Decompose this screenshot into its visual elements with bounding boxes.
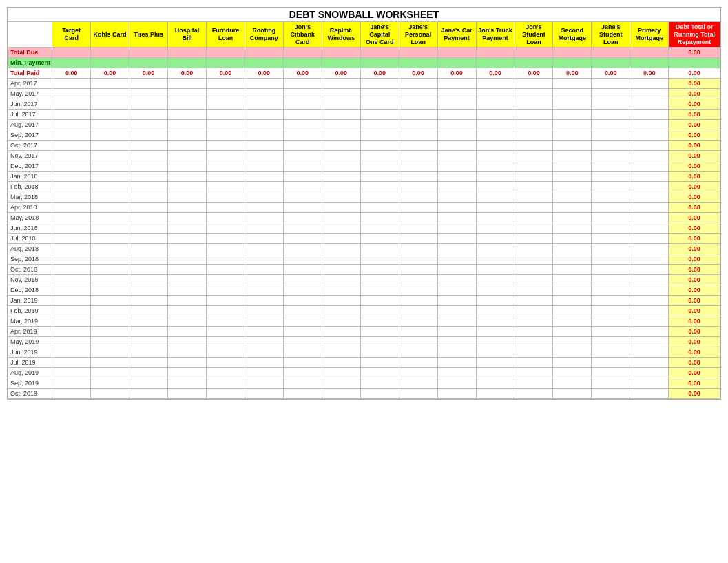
data-cell[interactable]	[476, 110, 514, 120]
data-cell[interactable]	[206, 223, 245, 234]
data-cell[interactable]	[206, 306, 245, 316]
data-cell[interactable]	[476, 358, 514, 368]
data-cell[interactable]	[476, 89, 514, 99]
data-cell[interactable]	[168, 389, 207, 399]
data-cell[interactable]	[360, 296, 399, 306]
data-cell[interactable]	[476, 213, 514, 223]
data-cell[interactable]	[168, 120, 207, 130]
data-cell[interactable]	[437, 130, 476, 141]
data-cell[interactable]	[553, 327, 592, 337]
data-cell[interactable]	[52, 389, 91, 399]
data-cell[interactable]	[630, 275, 669, 285]
data-cell[interactable]	[206, 110, 245, 120]
data-cell[interactable]	[592, 306, 630, 316]
data-cell[interactable]	[553, 182, 592, 192]
data-cell[interactable]	[245, 110, 283, 120]
data-cell[interactable]	[206, 285, 245, 296]
data-cell[interactable]	[129, 296, 168, 306]
data-cell[interactable]	[206, 99, 245, 110]
data-cell[interactable]	[437, 275, 476, 285]
data-cell[interactable]	[630, 316, 669, 327]
data-cell[interactable]	[322, 378, 360, 389]
data-cell[interactable]	[553, 368, 592, 378]
data-cell[interactable]	[399, 368, 437, 378]
data-cell[interactable]	[437, 192, 476, 203]
data-cell[interactable]	[322, 89, 360, 99]
data-cell[interactable]	[206, 79, 245, 89]
data-cell[interactable]	[514, 285, 553, 296]
data-cell[interactable]	[360, 99, 399, 110]
data-cell[interactable]	[91, 182, 129, 192]
data-cell[interactable]	[168, 79, 207, 89]
data-cell[interactable]	[322, 306, 360, 316]
data-cell[interactable]	[206, 130, 245, 141]
data-cell[interactable]	[206, 327, 245, 337]
data-cell[interactable]	[514, 99, 553, 110]
data-cell[interactable]	[360, 327, 399, 337]
data-cell[interactable]	[360, 110, 399, 120]
data-cell[interactable]	[399, 234, 437, 244]
data-cell[interactable]	[476, 192, 514, 203]
data-cell[interactable]	[129, 306, 168, 316]
data-cell[interactable]	[52, 378, 91, 389]
data-cell[interactable]	[437, 89, 476, 99]
data-cell[interactable]	[630, 358, 669, 368]
data-cell[interactable]	[514, 347, 553, 358]
data-cell[interactable]	[245, 389, 283, 399]
data-cell[interactable]	[360, 368, 399, 378]
data-cell[interactable]	[245, 172, 283, 182]
data-cell[interactable]	[206, 213, 245, 223]
data-cell[interactable]	[91, 89, 129, 99]
data-cell[interactable]	[399, 182, 437, 192]
data-cell[interactable]	[437, 244, 476, 254]
data-cell[interactable]	[168, 265, 207, 275]
data-cell[interactable]	[129, 161, 168, 172]
data-cell[interactable]	[245, 182, 283, 192]
data-cell[interactable]	[129, 79, 168, 89]
data-cell[interactable]	[129, 316, 168, 327]
data-cell[interactable]	[206, 389, 245, 399]
data-cell[interactable]	[52, 223, 91, 234]
data-cell[interactable]	[283, 327, 322, 337]
data-cell[interactable]	[399, 275, 437, 285]
data-cell[interactable]	[553, 316, 592, 327]
data-cell[interactable]	[399, 172, 437, 182]
data-cell[interactable]	[322, 389, 360, 399]
data-cell[interactable]	[52, 316, 91, 327]
data-cell[interactable]	[476, 151, 514, 161]
data-cell[interactable]	[476, 296, 514, 306]
data-cell[interactable]	[245, 79, 283, 89]
data-cell[interactable]	[129, 141, 168, 151]
data-cell[interactable]	[437, 79, 476, 89]
data-cell[interactable]	[476, 161, 514, 172]
data-cell[interactable]	[437, 223, 476, 234]
data-cell[interactable]	[52, 327, 91, 337]
data-cell[interactable]	[245, 151, 283, 161]
data-cell[interactable]	[592, 244, 630, 254]
data-cell[interactable]	[206, 347, 245, 358]
data-cell[interactable]	[283, 130, 322, 141]
data-cell[interactable]	[592, 358, 630, 368]
data-cell[interactable]	[437, 141, 476, 151]
data-cell[interactable]	[168, 234, 207, 244]
data-cell[interactable]	[514, 172, 553, 182]
data-cell[interactable]	[476, 130, 514, 141]
data-cell[interactable]	[206, 234, 245, 244]
data-cell[interactable]	[91, 79, 129, 89]
data-cell[interactable]	[630, 99, 669, 110]
data-cell[interactable]	[399, 316, 437, 327]
data-cell[interactable]	[630, 337, 669, 347]
data-cell[interactable]	[360, 244, 399, 254]
data-cell[interactable]	[245, 368, 283, 378]
data-cell[interactable]	[476, 306, 514, 316]
data-cell[interactable]	[283, 389, 322, 399]
data-cell[interactable]	[52, 285, 91, 296]
data-cell[interactable]	[129, 368, 168, 378]
data-cell[interactable]	[630, 89, 669, 99]
data-cell[interactable]	[283, 99, 322, 110]
data-cell[interactable]	[592, 110, 630, 120]
data-cell[interactable]	[360, 79, 399, 89]
data-cell[interactable]	[553, 99, 592, 110]
data-cell[interactable]	[91, 172, 129, 182]
data-cell[interactable]	[168, 172, 207, 182]
